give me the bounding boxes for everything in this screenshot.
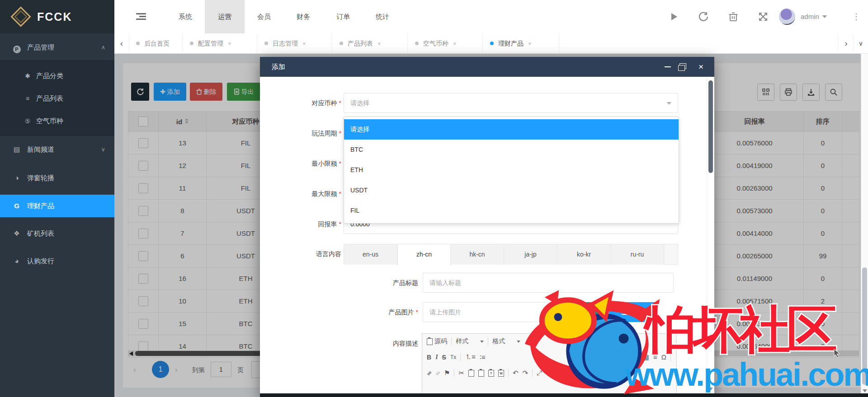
fullscreen-icon[interactable]	[757, 11, 769, 23]
tab-close-icon[interactable]: ×	[453, 40, 457, 47]
lang-tab-ko-kr[interactable]: ko-kr	[557, 244, 611, 265]
redo-icon[interactable]: ↷	[523, 369, 528, 377]
nav-operation[interactable]: 运营	[205, 0, 245, 33]
editor-toolbar-row3: ∞ ∞ ⚑ ✂ T W ↶ ↷ ⤢	[427, 369, 542, 377]
user-caret-icon	[822, 15, 827, 18]
dropdown-option-eth[interactable]: ETH	[344, 160, 679, 180]
nav-system[interactable]: 系统	[165, 0, 205, 33]
sidebar-item-news-channel[interactable]: ▤ 新闻频道 ∨	[0, 138, 114, 161]
editor-toolbar-row2: B I S Tx ⒈≡ ∶≡ ▤ ▦ ≡ Ω	[427, 353, 671, 361]
brand-name: FCCK	[37, 10, 72, 23]
close-icon[interactable]: ×	[698, 57, 703, 77]
anchor-flag-icon[interactable]: ⚑	[444, 369, 450, 377]
page-scrollbar[interactable]	[861, 54, 868, 397]
upload-image-button[interactable]	[561, 302, 606, 322]
style-combo[interactable]: 样式	[456, 337, 484, 346]
strike-button[interactable]: S	[442, 354, 446, 361]
paste-word-icon[interactable]: W	[498, 370, 504, 377]
sidebar-item-air-coins[interactable]: ⑤ 空气币种	[0, 110, 114, 132]
nav-members[interactable]: 会员	[244, 0, 284, 33]
lang-tab-zh-cn[interactable]: zh-cn	[397, 244, 451, 266]
refresh-icon[interactable]	[698, 11, 709, 23]
product-image-input[interactable]	[423, 302, 558, 322]
period-field-label: 玩法周期*	[260, 123, 341, 143]
brand-diamond-icon	[10, 6, 31, 27]
undo-icon[interactable]: ↶	[513, 369, 519, 377]
unlink-icon[interactable]: ∞	[434, 369, 442, 377]
lang-tab-en-us[interactable]: en-us	[344, 244, 397, 265]
lang-tab-ru-ru[interactable]: ru-ru	[611, 244, 664, 265]
dropdown-option-placeholder[interactable]: 请选择	[344, 119, 679, 140]
bold-button[interactable]: B	[427, 354, 431, 361]
nav-orders[interactable]: 订单	[323, 0, 363, 33]
sidebar-item-product-list[interactable]: ≡ 产品列表	[0, 87, 114, 110]
tabs-scroll-left-icon[interactable]: ‹	[114, 33, 129, 53]
minimize-icon[interactable]	[665, 66, 671, 67]
tab-home[interactable]: 后台首页	[129, 33, 183, 53]
choose-image-button[interactable]: 选择	[609, 302, 656, 322]
paste-text-icon[interactable]: T	[488, 370, 494, 377]
product-title-label: 产品标题	[346, 273, 418, 293]
link-icon[interactable]: ∞	[425, 369, 433, 377]
tab-config[interactable]: 配置管理×	[183, 33, 257, 53]
tab-financial-products[interactable]: 理财产品×	[483, 33, 559, 53]
nav-statistics[interactable]: 统计	[363, 0, 402, 33]
chevron-up-icon: ∧	[101, 36, 105, 59]
sidebar-item-financial-products[interactable]: G 理财产品	[0, 195, 114, 217]
sidebar-item-popup-carousel[interactable]: ◑ 弹窗轮播	[0, 167, 114, 189]
maximize-editor-icon[interactable]: ⤢	[537, 369, 542, 377]
dialog-scroll-down-icon[interactable]	[708, 388, 713, 391]
dialog-titlebar[interactable]: 添加 ×	[260, 57, 714, 77]
currency-select[interactable]: 请选择	[344, 93, 678, 113]
special-char-icon[interactable]: Ω	[661, 353, 666, 361]
bullet-list-icon[interactable]: ∶≡	[480, 353, 486, 361]
dialog-scroll-thumb[interactable]	[708, 80, 713, 173]
tab-logs[interactable]: 日志管理×	[257, 33, 332, 53]
more-options-icon[interactable]: ⋮	[852, 0, 860, 33]
sidebar-item-subscription-issue[interactable]: ◕ 认购发行	[0, 250, 114, 272]
tab-close-icon[interactable]: ×	[228, 40, 231, 47]
cells-icon[interactable]: ▤	[632, 353, 639, 361]
paste-icon[interactable]	[478, 370, 484, 377]
description-label: 内容描述	[346, 333, 418, 353]
page-scroll-thumb[interactable]	[862, 267, 867, 385]
lang-tab-ja-jp[interactable]: ja-jp	[504, 244, 557, 265]
table-icon[interactable]: ▦	[643, 353, 649, 361]
remove-format-button[interactable]: Tx	[450, 354, 456, 360]
dialog-scrollbar[interactable]	[707, 77, 714, 397]
user-menu[interactable]: admin	[801, 0, 827, 33]
horizontal-rule-icon[interactable]: ≡	[653, 353, 657, 361]
copy-icon[interactable]	[468, 370, 474, 377]
tab-product-list[interactable]: 产品列表×	[332, 33, 408, 53]
maximize-icon[interactable]	[679, 63, 686, 69]
cut-icon[interactable]: ✂	[458, 369, 464, 377]
max-field-label: 最大限额*	[260, 184, 341, 204]
product-badge-icon: P	[11, 36, 23, 59]
dropdown-option-btc[interactable]: BTC	[344, 140, 679, 160]
tab-close-icon[interactable]: ×	[528, 40, 532, 47]
tab-close-icon[interactable]: ×	[377, 40, 381, 47]
sidebar-item-product-management[interactable]: P 产品管理 ∧	[0, 36, 114, 59]
dropdown-option-usdt[interactable]: USDT	[344, 180, 679, 201]
italic-button[interactable]: I	[435, 354, 438, 361]
user-avatar[interactable]	[779, 9, 795, 25]
ordered-list-icon[interactable]: ⒈≡	[465, 353, 476, 361]
brand-logo: FCCK	[0, 0, 114, 33]
nav-finance[interactable]: 财务	[283, 0, 323, 33]
tab-close-icon[interactable]: ×	[302, 40, 306, 47]
tabs-scroll-right-icon[interactable]: ›	[838, 33, 854, 53]
lang-tab-hk-cn[interactable]: hk-cn	[451, 244, 504, 265]
dropdown-option-fil[interactable]: FIL	[344, 201, 679, 221]
sidebar-item-miner-list[interactable]: ❖ 矿机列表	[0, 222, 114, 245]
product-title-input[interactable]	[423, 273, 674, 293]
tab-air-coins[interactable]: 空气币种×	[408, 33, 483, 53]
trash-icon[interactable]	[727, 11, 739, 23]
source-button[interactable]: 源码	[427, 337, 447, 346]
tabs-menu-icon[interactable]: ∨	[853, 33, 868, 53]
collapse-menu-icon[interactable]	[136, 13, 146, 20]
popup-icon: ◑	[11, 167, 23, 189]
play-icon[interactable]	[668, 11, 679, 23]
format-combo[interactable]: 格式	[492, 337, 520, 346]
sidebar-item-product-category[interactable]: ✱ 产品分类	[0, 65, 114, 87]
page-scroll-down-icon[interactable]	[863, 389, 867, 392]
